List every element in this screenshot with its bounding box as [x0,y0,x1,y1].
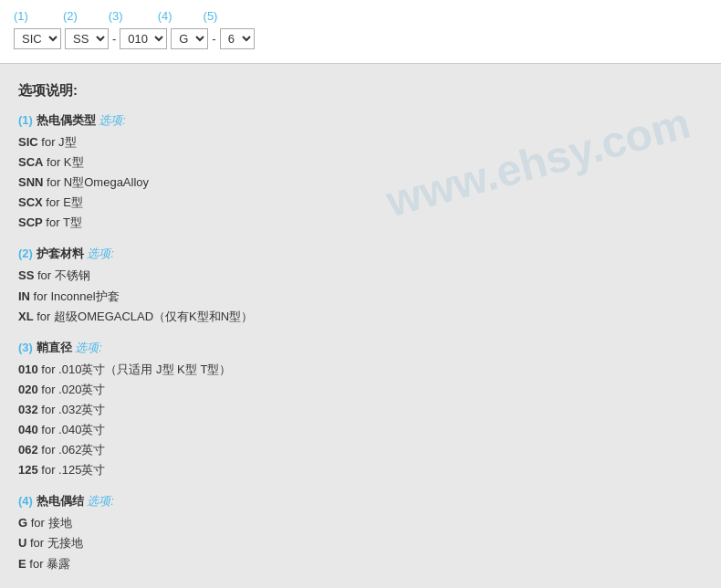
option-item: SCP for T型 [18,213,703,233]
heading-num: (4) [18,494,33,508]
option-item: SNN for N型OmegaAlloy [18,173,703,193]
select-3[interactable]: 010 [120,28,167,49]
option-heading-1: (1) 热电偶类型 选项: [18,112,703,129]
option-section-3: (3) 鞘直径 选项:010 for .010英寸（只适用 J型 K型 T型）0… [18,340,703,481]
item-code: 125 [18,463,38,477]
item-desc: for T型 [43,215,82,229]
heading-num: (3) [18,341,33,354]
main-content: www.ehsy.com 选项说明: (1) 热电偶类型 选项:SIC for … [0,64,721,588]
option-section-1: (1) 热电偶类型 选项:SIC for J型SCA for K型SNN for… [18,112,703,233]
option-item: IN for Inconnel护套 [18,287,703,307]
item-code: 062 [18,443,38,457]
item-desc: for 接地 [27,516,71,530]
heading-num: (2) [18,247,33,260]
item-code: SNN [18,175,43,189]
label-1: (1) [14,9,28,23]
heading-label: 护套材料 [33,247,87,260]
heading-num: (1) [18,113,33,127]
option-item: 125 for .125英寸 [18,460,703,480]
item-desc: for J型 [38,135,77,149]
select-5[interactable]: 6 [220,28,255,49]
item-code: SIC [18,135,38,149]
option-item: E for 暴露 [18,554,703,574]
item-code: 040 [18,423,38,436]
item-code: XL [18,310,34,323]
heading-sub: 选项: [99,113,126,127]
item-code: SCA [18,155,43,169]
option-item: 062 for .062英寸 [18,440,703,460]
option-item: G for 接地 [18,513,703,533]
option-item: SS for 不锈钢 [18,266,703,286]
select-4[interactable]: G [171,28,208,49]
sections-container: (1) 热电偶类型 选项:SIC for J型SCA for K型SNN for… [18,112,703,588]
option-section-4: (4) 热电偶结 选项:G for 接地U for 无接地E for 暴露 [18,493,703,573]
item-desc: for N型OmegaAlloy [43,175,149,189]
section-title: 选项说明: [18,82,703,100]
item-code: U [18,536,26,550]
item-desc: for .032英寸 [38,403,106,416]
selector-row: SIC SS - 010 G - 6 [14,28,707,49]
option-item: XL for 超级OMEGACLAD（仅有K型和N型） [18,307,703,327]
option-item: 040 for .040英寸 [18,420,703,440]
item-desc: for .125英寸 [38,463,106,477]
item-code: SS [18,268,34,282]
select-2[interactable]: SS [65,28,109,49]
item-desc: for .062英寸 [38,443,106,457]
item-desc: for .040英寸 [38,423,106,436]
item-desc: for 超级OMEGACLAD（仅有K型和N型） [34,310,254,323]
item-code: SCX [18,195,43,209]
option-section-2: (2) 护套材料 选项:SS for 不锈钢IN for Inconnel护套X… [18,246,703,326]
option-heading-4: (4) 热电偶结 选项: [18,493,703,509]
item-code: E [18,557,26,571]
item-desc: for E型 [43,195,83,209]
item-code: IN [18,289,30,303]
option-item: 020 for .020英寸 [18,380,703,400]
heading-sub: 选项: [75,341,102,354]
item-desc: for .010英寸（只适用 J型 K型 T型） [38,362,232,376]
heading-label: 热电偶结 [33,494,87,508]
option-item: SCA for K型 [18,152,703,173]
option-item: 032 for .032英寸 [18,400,703,420]
label-5: (5) [204,9,218,23]
label-4: (4) [158,9,172,23]
select-1[interactable]: SIC [14,28,61,49]
heading-label: 热电偶类型 [33,113,99,127]
item-desc: for K型 [43,155,83,169]
item-code: 032 [18,403,38,416]
option-item: 010 for .010英寸（只适用 J型 K型 T型） [18,360,703,380]
dash-2: - [212,32,215,46]
item-desc: for 无接地 [26,536,82,550]
label-2: (2) [63,9,78,23]
heading-sub: 选项: [87,494,114,508]
item-code: 020 [18,383,38,396]
heading-sub: 选项: [87,247,114,260]
option-heading-2: (2) 护套材料 选项: [18,246,703,262]
item-desc: for Inconnel护套 [30,289,120,303]
item-desc: for 不锈钢 [34,268,89,282]
dash-1: - [112,32,116,46]
heading-label: 鞘直径 [33,341,75,354]
item-desc: for 暴露 [26,557,70,571]
option-item: SCX for E型 [18,193,703,213]
top-panel: (1) (2) (3) (4) (5) SIC SS - 010 G - 6 [0,0,721,64]
item-code: SCP [18,215,43,229]
option-item: U for 无接地 [18,533,703,553]
item-code: 010 [18,362,38,376]
item-code: G [18,516,27,530]
option-item: SIC for J型 [18,132,703,152]
label-3: (3) [109,9,123,23]
item-desc: for .020英寸 [38,383,106,396]
selector-labels: (1) (2) (3) (4) (5) [14,9,707,23]
option-heading-3: (3) 鞘直径 选项: [18,340,703,356]
